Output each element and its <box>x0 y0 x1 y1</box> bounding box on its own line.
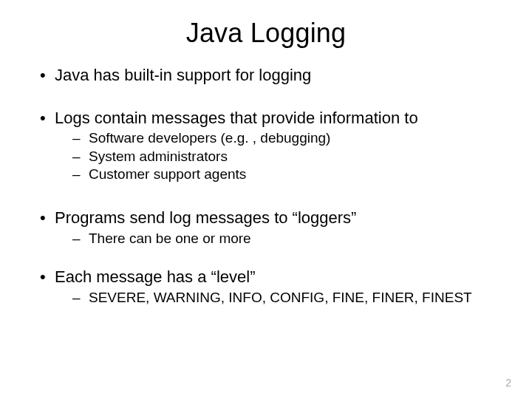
sub-bullet-item: There can be one or more <box>68 230 497 248</box>
sub-bullet-item: SEVERE, WARNING, INFO, CONFIG, FINE, FIN… <box>68 289 497 307</box>
bullet-text: Logs contain messages that provide infor… <box>55 109 418 127</box>
bullet-item: Logs contain messages that provide infor… <box>35 108 497 185</box>
spacer <box>35 187 497 208</box>
bullet-list: Each message has a “level” SEVERE, WARNI… <box>35 267 497 307</box>
bullet-text: Each message has a “level” <box>55 267 255 286</box>
slide: Java Logging Java has built-in support f… <box>0 0 532 399</box>
bullet-item: Java has built-in support for logging <box>35 65 497 86</box>
bullet-text: Programs send log messages to “loggers” <box>55 208 356 227</box>
bullet-item: Each message has a “level” SEVERE, WARNI… <box>35 267 497 307</box>
sub-bullet-item: System administrators <box>68 148 497 166</box>
spacer <box>35 250 497 267</box>
sub-bullet-list: SEVERE, WARNING, INFO, CONFIG, FINE, FIN… <box>55 289 497 307</box>
sub-bullet-item: Software developers (e.g. , debugging) <box>68 129 497 148</box>
sub-bullet-list: Software developers (e.g. , debugging) S… <box>55 129 497 184</box>
bullet-text: Java has built-in support for logging <box>55 66 311 84</box>
bullet-list: Java has built-in support for logging <box>35 65 497 86</box>
slide-title: Java Logging <box>35 18 497 49</box>
bullet-item: Programs send log messages to “loggers” … <box>35 208 497 248</box>
page-number: 2 <box>505 377 511 389</box>
bullet-list: Programs send log messages to “loggers” … <box>35 208 497 248</box>
sub-bullet-item: Customer support agents <box>68 166 497 184</box>
sub-bullet-list: There can be one or more <box>55 230 497 248</box>
bullet-list: Logs contain messages that provide infor… <box>35 108 497 185</box>
spacer <box>35 87 497 108</box>
